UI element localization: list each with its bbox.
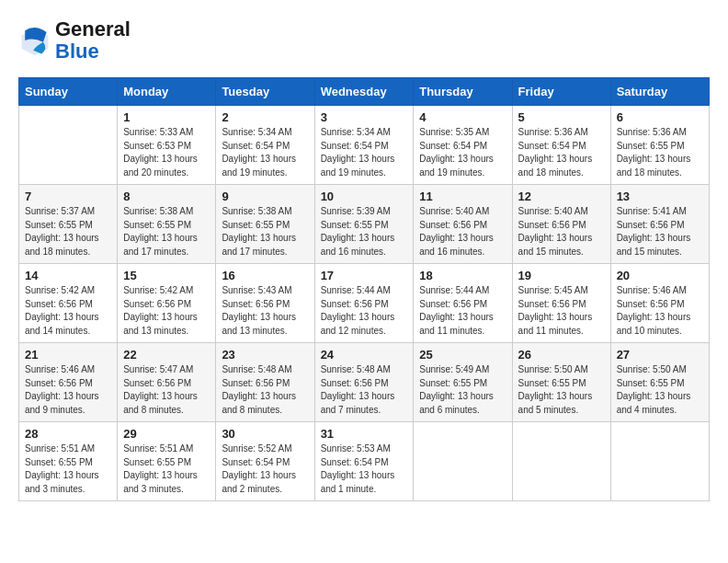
day-info: Sunrise: 5:34 AM Sunset: 6:54 PM Dayligh…	[321, 126, 408, 179]
calendar-cell: 14Sunrise: 5:42 AM Sunset: 6:56 PM Dayli…	[19, 264, 118, 343]
calendar-cell: 31Sunrise: 5:53 AM Sunset: 6:54 PM Dayli…	[314, 422, 414, 501]
column-header-saturday: Saturday	[610, 78, 709, 106]
day-number: 8	[123, 190, 210, 203]
day-info: Sunrise: 5:52 AM Sunset: 6:54 PM Dayligh…	[222, 442, 308, 496]
calendar-cell: 30Sunrise: 5:52 AM Sunset: 6:54 PM Dayli…	[216, 422, 314, 501]
column-header-wednesday: Wednesday	[314, 78, 414, 106]
calendar-cell: 2Sunrise: 5:34 AM Sunset: 6:54 PM Daylig…	[216, 106, 314, 185]
column-header-sunday: Sunday	[19, 78, 118, 106]
calendar-cell: 7Sunrise: 5:37 AM Sunset: 6:55 PM Daylig…	[19, 185, 118, 264]
calendar-week-row: 1Sunrise: 5:33 AM Sunset: 6:53 PM Daylig…	[19, 106, 710, 185]
day-info: Sunrise: 5:51 AM Sunset: 6:55 PM Dayligh…	[25, 442, 111, 496]
day-number: 1	[123, 110, 210, 124]
calendar-cell: 23Sunrise: 5:48 AM Sunset: 6:56 PM Dayli…	[216, 343, 314, 422]
calendar-cell: 3Sunrise: 5:34 AM Sunset: 6:54 PM Daylig…	[314, 106, 414, 185]
calendar-week-row: 28Sunrise: 5:51 AM Sunset: 6:55 PM Dayli…	[19, 422, 710, 501]
calendar-cell: 9Sunrise: 5:38 AM Sunset: 6:55 PM Daylig…	[216, 185, 314, 264]
day-info: Sunrise: 5:50 AM Sunset: 6:55 PM Dayligh…	[518, 363, 605, 417]
calendar-cell: 12Sunrise: 5:40 AM Sunset: 6:56 PM Dayli…	[512, 185, 610, 264]
day-info: Sunrise: 5:33 AM Sunset: 6:53 PM Dayligh…	[123, 126, 210, 179]
calendar-cell	[414, 422, 512, 501]
day-info: Sunrise: 5:42 AM Sunset: 6:56 PM Dayligh…	[123, 284, 210, 338]
day-number: 22	[123, 348, 210, 362]
day-number: 29	[123, 427, 210, 441]
day-info: Sunrise: 5:48 AM Sunset: 6:56 PM Dayligh…	[321, 363, 408, 417]
calendar-cell: 5Sunrise: 5:36 AM Sunset: 6:54 PM Daylig…	[512, 106, 610, 185]
column-header-monday: Monday	[118, 78, 216, 106]
calendar-cell: 25Sunrise: 5:49 AM Sunset: 6:55 PM Dayli…	[414, 343, 512, 422]
day-info: Sunrise: 5:38 AM Sunset: 6:55 PM Dayligh…	[123, 205, 210, 259]
day-number: 28	[25, 427, 111, 441]
day-info: Sunrise: 5:40 AM Sunset: 6:56 PM Dayligh…	[419, 205, 506, 259]
day-info: Sunrise: 5:38 AM Sunset: 6:55 PM Dayligh…	[222, 205, 308, 259]
calendar-week-row: 21Sunrise: 5:46 AM Sunset: 6:56 PM Dayli…	[19, 343, 710, 422]
logo-text: General Blue	[55, 18, 131, 63]
calendar-cell: 10Sunrise: 5:39 AM Sunset: 6:55 PM Dayli…	[314, 185, 414, 264]
day-info: Sunrise: 5:34 AM Sunset: 6:54 PM Dayligh…	[222, 126, 308, 179]
day-info: Sunrise: 5:51 AM Sunset: 6:55 PM Dayligh…	[123, 442, 210, 496]
day-number: 5	[518, 110, 605, 124]
day-number: 26	[518, 348, 605, 362]
calendar-cell	[610, 422, 709, 501]
day-number: 13	[617, 190, 703, 203]
calendar-cell: 20Sunrise: 5:46 AM Sunset: 6:56 PM Dayli…	[610, 264, 709, 343]
day-info: Sunrise: 5:41 AM Sunset: 6:56 PM Dayligh…	[617, 205, 703, 259]
day-info: Sunrise: 5:48 AM Sunset: 6:56 PM Dayligh…	[222, 363, 308, 417]
day-number: 7	[25, 190, 111, 203]
day-number: 3	[321, 110, 408, 124]
column-header-friday: Friday	[512, 78, 610, 106]
calendar-cell: 27Sunrise: 5:50 AM Sunset: 6:55 PM Dayli…	[610, 343, 709, 422]
day-number: 21	[25, 348, 111, 362]
logo-icon	[18, 24, 51, 57]
page-header: General Blue	[18, 18, 710, 63]
calendar-cell: 4Sunrise: 5:35 AM Sunset: 6:54 PM Daylig…	[414, 106, 512, 185]
day-number: 17	[321, 269, 408, 282]
calendar-cell: 22Sunrise: 5:47 AM Sunset: 6:56 PM Dayli…	[118, 343, 216, 422]
day-number: 9	[222, 190, 308, 203]
column-header-thursday: Thursday	[414, 78, 512, 106]
day-number: 24	[321, 348, 408, 362]
day-info: Sunrise: 5:50 AM Sunset: 6:55 PM Dayligh…	[617, 363, 703, 417]
day-number: 15	[123, 269, 210, 282]
calendar-cell: 21Sunrise: 5:46 AM Sunset: 6:56 PM Dayli…	[19, 343, 118, 422]
calendar-cell: 15Sunrise: 5:42 AM Sunset: 6:56 PM Dayli…	[118, 264, 216, 343]
day-number: 20	[617, 269, 703, 282]
calendar-cell: 29Sunrise: 5:51 AM Sunset: 6:55 PM Dayli…	[118, 422, 216, 501]
calendar-table: SundayMondayTuesdayWednesdayThursdayFrid…	[18, 77, 710, 501]
calendar-cell	[512, 422, 610, 501]
day-number: 11	[419, 190, 506, 203]
day-number: 16	[222, 269, 308, 282]
calendar-cell: 8Sunrise: 5:38 AM Sunset: 6:55 PM Daylig…	[118, 185, 216, 264]
day-number: 4	[419, 110, 506, 124]
day-info: Sunrise: 5:44 AM Sunset: 6:56 PM Dayligh…	[321, 284, 408, 338]
day-number: 12	[518, 190, 605, 203]
logo: General Blue	[18, 18, 131, 63]
calendar-week-row: 14Sunrise: 5:42 AM Sunset: 6:56 PM Dayli…	[19, 264, 710, 343]
day-info: Sunrise: 5:42 AM Sunset: 6:56 PM Dayligh…	[25, 284, 111, 338]
day-info: Sunrise: 5:36 AM Sunset: 6:54 PM Dayligh…	[518, 126, 605, 179]
day-number: 19	[518, 269, 605, 282]
day-info: Sunrise: 5:46 AM Sunset: 6:56 PM Dayligh…	[617, 284, 703, 338]
day-info: Sunrise: 5:45 AM Sunset: 6:56 PM Dayligh…	[518, 284, 605, 338]
day-info: Sunrise: 5:35 AM Sunset: 6:54 PM Dayligh…	[419, 126, 506, 179]
calendar-cell: 18Sunrise: 5:44 AM Sunset: 6:56 PM Dayli…	[414, 264, 512, 343]
day-info: Sunrise: 5:36 AM Sunset: 6:55 PM Dayligh…	[617, 126, 703, 179]
day-number: 27	[617, 348, 703, 362]
day-number: 31	[321, 427, 408, 441]
calendar-cell: 19Sunrise: 5:45 AM Sunset: 6:56 PM Dayli…	[512, 264, 610, 343]
calendar-cell: 11Sunrise: 5:40 AM Sunset: 6:56 PM Dayli…	[414, 185, 512, 264]
calendar-cell: 17Sunrise: 5:44 AM Sunset: 6:56 PM Dayli…	[314, 264, 414, 343]
calendar-cell: 6Sunrise: 5:36 AM Sunset: 6:55 PM Daylig…	[610, 106, 709, 185]
day-info: Sunrise: 5:37 AM Sunset: 6:55 PM Dayligh…	[25, 205, 111, 259]
day-number: 25	[419, 348, 506, 362]
day-number: 23	[222, 348, 308, 362]
day-info: Sunrise: 5:40 AM Sunset: 6:56 PM Dayligh…	[518, 205, 605, 259]
day-info: Sunrise: 5:47 AM Sunset: 6:56 PM Dayligh…	[123, 363, 210, 417]
calendar-cell: 24Sunrise: 5:48 AM Sunset: 6:56 PM Dayli…	[314, 343, 414, 422]
calendar-cell: 16Sunrise: 5:43 AM Sunset: 6:56 PM Dayli…	[216, 264, 314, 343]
day-info: Sunrise: 5:49 AM Sunset: 6:55 PM Dayligh…	[419, 363, 506, 417]
day-number: 2	[222, 110, 308, 124]
calendar-cell	[19, 106, 118, 185]
column-header-tuesday: Tuesday	[216, 78, 314, 106]
calendar-cell: 13Sunrise: 5:41 AM Sunset: 6:56 PM Dayli…	[610, 185, 709, 264]
